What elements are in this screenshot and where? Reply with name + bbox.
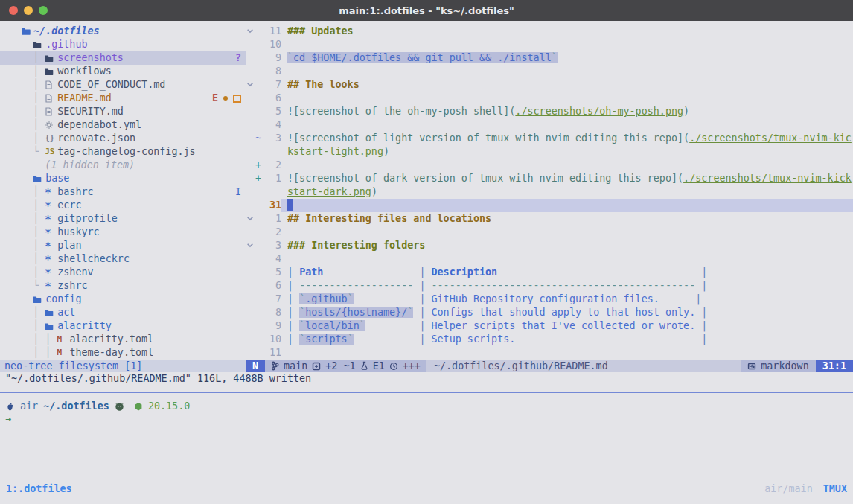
fold-chevron-icon[interactable] [246,25,255,38]
line-text[interactable] [281,92,853,105]
close-button[interactable] [9,6,18,15]
tree-item-ecrc[interactable]: │ *ecrc [0,199,246,212]
pane-border[interactable] [0,392,853,393]
tree-item-label: README.md [57,92,112,105]
git-diff-summary: +2 ~1 [325,360,355,372]
fold-column [246,293,255,306]
editor-line-4[interactable]: 4 [246,252,853,266]
line-text[interactable]: ### Updates [281,25,853,38]
tree-item-screenshots[interactable]: │ screenshots? [0,51,246,65]
line-text[interactable]: ![screenshot of dark version of tmux wit… [281,172,853,185]
tree-item-alacritty[interactable]: │ alacritty [0,319,246,333]
editor-line-9[interactable]: 9`cd $HOME/.dotfiles && git pull && ./in… [246,51,853,65]
line-text[interactable] [281,226,853,239]
line-text[interactable]: | `hosts/{hostname}/` | Configs that sho… [281,306,853,319]
tree-item-tag-changelog-config.js[interactable]: └ JStag-changelog-config.js [0,145,246,159]
editor-wrapped-line[interactable]: start-dark.png) [246,185,853,199]
tmux-badge: TMUX [823,482,847,496]
editor-line-6[interactable]: 6| ------------------- | ---------------… [246,279,853,293]
editor-line-1[interactable]: 1## Interesting files and locations [246,212,853,226]
line-text[interactable] [281,346,853,360]
fold-chevron-icon[interactable] [246,239,255,252]
line-text[interactable]: ## The looks [281,78,853,92]
line-text[interactable]: ### Interesting folders [281,239,853,252]
editor-line-8[interactable]: 8 [246,65,853,78]
editor-line-2[interactable]: +2 [246,159,853,172]
line-text[interactable] [281,65,853,78]
line-text[interactable]: | `local/bin` | Helper scripts that I've… [281,319,853,333]
editor-line-7[interactable]: 7| `.github` | GitHub Repository configu… [246,293,853,306]
tree-item-renovate.json[interactable]: │ {}renovate.json [0,132,246,145]
tmux-window-label[interactable]: 1:.dotfiles [6,482,72,496]
asterisk-icon: * [45,252,57,266]
tree-item--1-hidden-item-[interactable]: (1 hidden item) [0,159,246,172]
editor-line-7[interactable]: 7## The looks [246,78,853,92]
editor-line-2[interactable]: 2 [246,226,853,239]
line-text[interactable] [281,199,853,212]
editor-line-3[interactable]: ~3![screenshot of light version of tmux … [246,132,853,145]
tree-item-zshenv[interactable]: │ *zshenv [0,266,246,279]
tree-item-act[interactable]: │ act [0,306,246,319]
line-text[interactable] [281,118,853,132]
tree-item-security.md[interactable]: │ SECURITY.md [0,105,246,118]
line-text[interactable] [281,38,853,51]
tree-item-code-of-conduct.md[interactable]: │ CODE_OF_CONDUCT.md [0,78,246,92]
editor-line-10[interactable]: 10| `scripts` | Setup scripts. | [246,333,853,346]
line-text[interactable]: ## Interesting files and locations [281,212,853,226]
line-text[interactable]: start-dark.png) [281,185,853,199]
minimize-button[interactable] [24,6,33,15]
tree-item-label: ecrc [57,199,81,212]
tree-item-huskyrc[interactable]: │ *huskyrc [0,226,246,239]
editor-line-8[interactable]: 8| `hosts/{hostname}/` | Configs that sh… [246,306,853,319]
tree-item-gitprofile[interactable]: │ *gitprofile [0,212,246,226]
doc-icon [45,94,57,103]
fold-chevron-icon[interactable] [246,212,255,226]
neo-tree-pane[interactable]: ~/.dotfiles .github │ screenshots? │ wor… [0,21,246,360]
editor-line-9[interactable]: 9| `local/bin` | Helper scripts that I'v… [246,319,853,333]
editor-wrapped-line[interactable]: kstart-light.png) [246,145,853,159]
tree-item-plan[interactable]: │ *plan [0,239,246,252]
tree-item-base[interactable]: base [0,172,246,185]
tree-item-.github[interactable]: .github [0,38,246,51]
line-text[interactable]: | ------------------- | ----------------… [281,279,853,293]
editor-line-4[interactable]: 4 [246,118,853,132]
editor-line-31[interactable]: 31 [246,199,853,212]
tree-item--.dotfiles[interactable]: ~/.dotfiles [0,25,246,38]
line-text[interactable]: | Path | Description | [281,266,853,279]
tree-item-shellcheckrc[interactable]: │ *shellcheckrc [0,252,246,266]
line-text[interactable]: kstart-light.png) [281,145,853,159]
editor-line-11[interactable]: 11### Updates [246,25,853,38]
tree-item-dependabot.yml[interactable]: │ dependabot.yml [0,118,246,132]
prompt-input-line[interactable]: ➜ [0,413,853,427]
segment-tick: ` [299,307,305,318]
line-text[interactable]: `cd $HOME/.dotfiles && git pull && ./ins… [281,51,853,65]
editor-line-3[interactable]: 3### Interesting folders [246,239,853,252]
zoom-button[interactable] [39,6,48,15]
line-text[interactable]: ![screenshot of the oh-my-posh shell](./… [281,105,853,118]
line-text[interactable]: ![screenshot of light version of tmux wi… [281,132,853,145]
line-text[interactable]: | `scripts` | Setup scripts. | [281,333,853,346]
tree-item-workflows[interactable]: │ workflows [0,65,246,78]
folder-icon [45,54,57,63]
editor-line-10[interactable]: 10 [246,38,853,51]
fold-chevron-icon[interactable] [246,78,255,92]
tree-item-readme.md[interactable]: │ README.mdE [0,92,246,105]
titlebar: main:1:.dotfiles - "ks~/.dotfiles" [0,0,853,21]
editor-line-5[interactable]: 5| Path | Description | [246,266,853,279]
line-text[interactable] [281,252,853,266]
tree-item-bashrc[interactable]: │ *bashrcI [0,185,246,199]
tree-item-config[interactable]: config [0,293,246,306]
line-text[interactable]: | `.github` | GitHub Repository configur… [281,293,853,306]
tree-item-alacritty.toml[interactable]: │ │ Malacritty.toml [0,333,246,346]
git-untracked-badge: ? [235,51,241,65]
tree-item-zshrc[interactable]: └ *zshrc [0,279,246,293]
tree-item-theme-day.toml[interactable]: │ │ Mtheme-day.toml [0,346,246,360]
editor-line-1[interactable]: +1![screenshot of dark version of tmux w… [246,172,853,185]
line-text[interactable] [281,159,853,172]
editor-line-5[interactable]: 5![screenshot of the oh-my-posh shell](.… [246,105,853,118]
fold-column [246,118,255,132]
editor-line-11[interactable]: 11 [246,346,853,360]
editor-pane[interactable]: 11### Updates109`cd $HOME/.dotfiles && g… [246,21,853,360]
editor-line-6[interactable]: 6 [246,92,853,105]
indent-guide: │ [21,92,45,105]
